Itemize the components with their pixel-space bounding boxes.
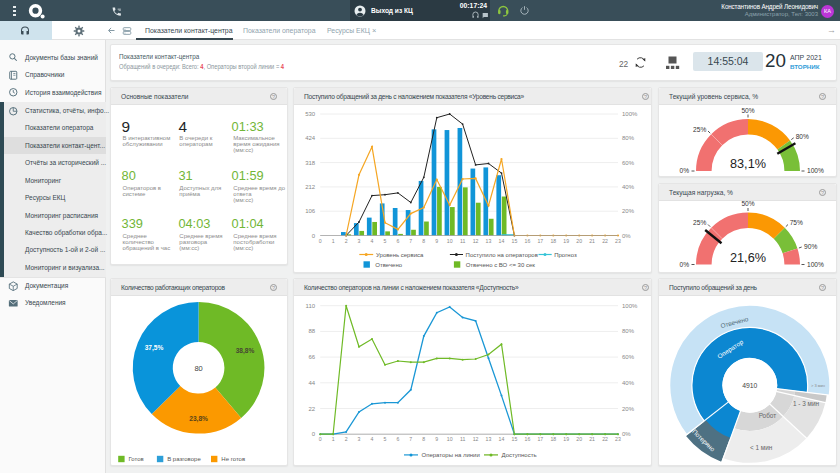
svg-text:2: 2 [345,436,348,442]
svg-text:0%: 0% [622,431,631,437]
svg-text:4: 4 [371,436,374,442]
svg-text:20%: 20% [622,406,635,412]
svg-text:100%: 100% [622,111,638,117]
svg-text:8: 8 [422,238,425,244]
svg-text:9: 9 [435,436,438,442]
svg-text:37,5%: 37,5% [145,344,164,352]
svg-text:66: 66 [309,354,316,360]
svg-text:80%: 80% [622,328,635,334]
svg-text:60%: 60% [622,354,635,360]
svg-text:3: 3 [358,436,361,442]
svg-text:25%: 25% [693,219,706,226]
svg-text:10: 10 [447,238,453,244]
svg-text:83,1%: 83,1% [730,157,766,171]
svg-text:38,8%: 38,8% [236,347,255,355]
svg-text:90%: 90% [804,243,817,250]
svg-text:100%: 100% [807,261,824,268]
svg-text:100%: 100% [807,167,824,174]
svg-text:88: 88 [309,328,316,334]
svg-text:0: 0 [312,431,316,437]
svg-text:100%: 100% [622,303,638,309]
svg-text:14: 14 [499,238,505,244]
svg-text:23,8%: 23,8% [189,415,208,423]
svg-text:3: 3 [358,238,361,244]
svg-text:7: 7 [409,436,412,442]
svg-text:212: 212 [305,184,316,190]
svg-text:23: 23 [615,238,621,244]
svg-text:80%: 80% [622,135,635,141]
svg-text:75%: 75% [790,219,803,226]
svg-text:Операторы на линии: Операторы на линии [422,452,480,458]
svg-text:0: 0 [319,436,322,442]
svg-text:20: 20 [576,436,582,442]
svg-text:50%: 50% [741,107,754,114]
svg-text:106: 106 [305,208,316,214]
svg-text:Готов: Готов [129,456,144,462]
svg-text:44: 44 [309,380,316,386]
svg-text:9: 9 [435,238,438,244]
svg-text:7: 7 [409,238,412,244]
svg-text:23: 23 [615,436,621,442]
svg-text:13: 13 [486,238,492,244]
svg-text:8: 8 [422,436,425,442]
svg-text:15: 15 [512,436,518,442]
svg-text:20: 20 [576,238,582,244]
svg-text:15: 15 [512,238,518,244]
svg-text:5: 5 [384,238,387,244]
svg-text:Отвечено: Отвечено [375,262,402,268]
svg-text:1: 1 [332,436,335,442]
svg-text:Не готов: Не готов [221,456,245,462]
svg-text:0%: 0% [679,167,689,174]
svg-text:20%: 20% [622,208,635,214]
svg-text:5: 5 [384,436,387,442]
svg-text:12: 12 [473,238,479,244]
svg-text:0: 0 [312,233,316,239]
svg-text:10: 10 [447,436,453,442]
svg-text:40%: 40% [622,184,635,190]
svg-text:60%: 60% [622,160,635,166]
svg-text:17: 17 [537,436,543,442]
svg-text:21: 21 [589,238,595,244]
svg-text:80: 80 [194,364,202,373]
svg-text:25%: 25% [693,126,706,133]
svg-text:40%: 40% [622,380,635,386]
svg-text:318: 318 [305,160,316,166]
svg-text:В разговоре: В разговоре [167,456,201,462]
svg-text:530: 530 [305,111,316,117]
svg-text:Прогноз: Прогноз [554,252,577,258]
svg-text:6: 6 [396,238,399,244]
svg-text:2: 2 [345,238,348,244]
svg-text:11: 11 [460,436,465,442]
svg-text:0: 0 [319,238,322,244]
svg-text:80%: 80% [796,133,809,140]
svg-text:22: 22 [602,436,608,442]
svg-text:50%: 50% [741,201,754,207]
svg-text:22: 22 [602,238,608,244]
svg-text:14: 14 [499,436,505,442]
svg-text:12: 12 [473,436,479,442]
svg-text:6: 6 [396,436,399,442]
svg-text:19: 19 [563,436,569,442]
svg-text:4910: 4910 [742,382,757,389]
svg-text:Доступность: Доступность [502,452,537,458]
svg-text:1: 1 [332,238,335,244]
svg-text:21,6%: 21,6% [730,251,766,265]
svg-text:18: 18 [550,238,556,244]
svg-text:Робот: Робот [759,412,777,419]
svg-text:11: 11 [460,238,465,244]
svg-text:0%: 0% [622,233,631,239]
svg-text:13: 13 [486,436,492,442]
svg-text:Поступило на операторов: Поступило на операторов [466,252,538,258]
svg-text:21: 21 [589,436,595,442]
svg-text:4: 4 [371,238,374,244]
svg-text:22: 22 [309,406,316,412]
svg-text:< 1 мин: < 1 мин [750,444,773,451]
svg-text:110: 110 [306,303,316,309]
svg-text:1 - 3 мин: 1 - 3 мин [793,400,820,407]
svg-text:424: 424 [305,135,316,141]
svg-text:17: 17 [537,238,543,244]
svg-text:18: 18 [550,436,556,442]
svg-text:16: 16 [525,436,531,442]
svg-text:16: 16 [525,238,531,244]
svg-text:Уровень сервиса: Уровень сервиса [376,252,424,258]
